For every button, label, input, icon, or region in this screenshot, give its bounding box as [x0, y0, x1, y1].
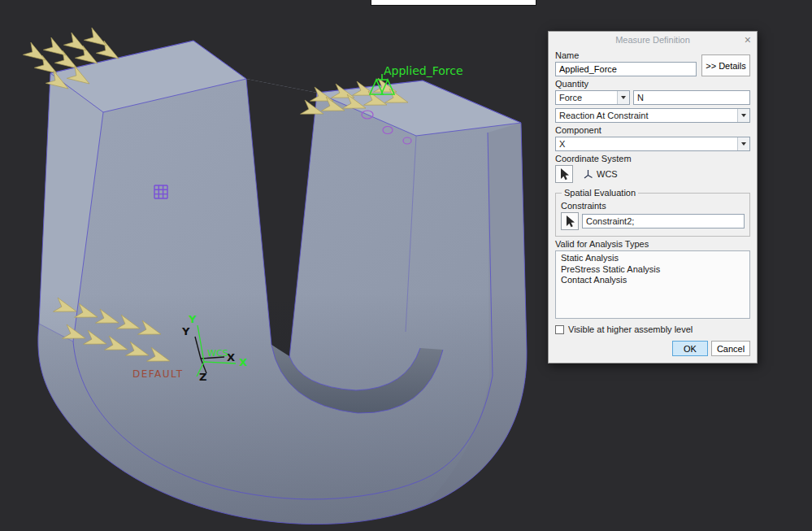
details-button[interactable]: >> Details: [701, 54, 750, 76]
quantity-value: Force: [559, 93, 582, 102]
cancel-button[interactable]: Cancel: [711, 341, 750, 356]
dialog-titlebar[interactable]: Measure Definition ×: [549, 32, 757, 48]
name-label: Name: [555, 50, 697, 60]
spatial-evaluation-group: Spatial Evaluation Constraints Constrain…: [555, 188, 750, 237]
wcs-axis-y-label: Y: [188, 313, 197, 325]
quantity-select[interactable]: Force: [555, 90, 630, 105]
csys-selected-item[interactable]: WCS: [583, 169, 618, 180]
analysis-types-list[interactable]: Static Analysis PreStress Static Analysi…: [555, 250, 750, 319]
select-arrow-icon: [558, 168, 570, 181]
coordinate-system-label: Coordinate System: [555, 154, 750, 163]
window-fragment: [371, 0, 536, 6]
constraints-label: Constraints: [561, 201, 745, 211]
dropdown-arrow-icon[interactable]: [737, 137, 749, 150]
valid-for-label: Valid for Analysis Types: [555, 239, 750, 249]
measure-definition-dialog: Measure Definition × Name >> Details Qua…: [548, 31, 758, 363]
csys-value: WCS: [597, 169, 618, 179]
ok-button[interactable]: OK: [672, 341, 708, 356]
quantity-label: Quantity: [555, 79, 750, 89]
unit-field[interactable]: N: [633, 90, 750, 105]
dropdown-arrow-icon[interactable]: [737, 109, 749, 122]
constraints-value: Constraint2;: [586, 216, 634, 226]
select-arrow-icon: [564, 215, 575, 228]
applied-force-label[interactable]: Applied_Force: [384, 64, 463, 77]
axis-y-label: Y: [181, 325, 190, 337]
constraints-field[interactable]: Constraint2;: [582, 214, 745, 229]
application-window: Applied_Force Y X Z DEFAULT: [0, 0, 812, 531]
analysis-type-item[interactable]: PreStress Static Analysis: [556, 264, 749, 276]
spatial-evaluation-label: Spatial Evaluation: [562, 188, 638, 198]
quantity-sub-value: Reaction At Constraint: [559, 111, 648, 120]
component-label: Component: [555, 125, 750, 135]
name-input[interactable]: [555, 62, 697, 76]
csys-select-button[interactable]: [555, 165, 573, 183]
component-value: X: [559, 139, 565, 149]
default-csys-label: DEFAULT: [132, 368, 183, 380]
close-icon[interactable]: ×: [745, 33, 751, 47]
visible-checkbox-label: Visible at higher assembly level: [568, 324, 693, 334]
dropdown-arrow-icon[interactable]: [617, 91, 629, 104]
axis-z-label: Z: [199, 371, 206, 383]
wcs-axis-x-label: X: [239, 356, 247, 368]
component-select[interactable]: X: [555, 137, 750, 151]
quantity-sub-select[interactable]: Reaction At Constraint: [555, 108, 750, 123]
dialog-title: Measure Definition: [615, 35, 690, 45]
analysis-type-item[interactable]: Contact Analysis: [556, 275, 749, 286]
constraints-select-button[interactable]: [561, 212, 579, 230]
wcs-csys-label: WCS: [207, 348, 228, 359]
csys-icon: [583, 169, 593, 180]
analysis-type-item[interactable]: Static Analysis: [556, 253, 749, 264]
unit-value: N: [637, 93, 644, 102]
visible-checkbox[interactable]: [555, 325, 564, 334]
